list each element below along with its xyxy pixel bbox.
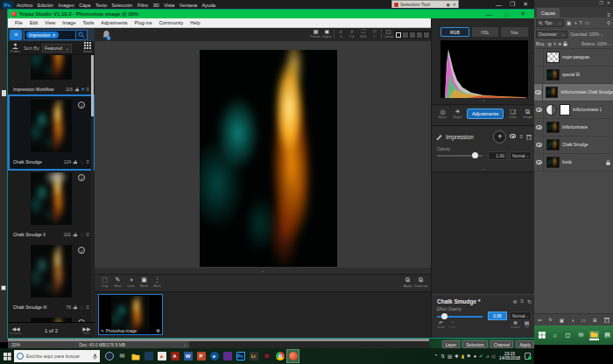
search-tag[interactable]: Impression✕ bbox=[26, 32, 59, 38]
tz-menu-image[interactable]: Image bbox=[62, 20, 75, 25]
layer-button[interactable]: Layer bbox=[442, 340, 461, 348]
ps-menu-archivo[interactable]: Archivo bbox=[17, 3, 32, 8]
blend-mode-select[interactable]: Normal⌵ bbox=[510, 151, 532, 160]
visibility-eye-icon[interactable] bbox=[510, 134, 516, 139]
adjustments-button[interactable]: Adjustments bbox=[467, 108, 504, 119]
ok-save-button[interactable]: ▤OK bbox=[521, 321, 532, 329]
tray-icon-6[interactable]: ● bbox=[474, 354, 476, 359]
tray-volume-icon[interactable]: ◁ bbox=[491, 354, 495, 359]
layer-row-brillo-contraste[interactable]: brillo/contraste bbox=[534, 119, 613, 136]
selection-tool-close-icon[interactable]: ✕ bbox=[453, 2, 456, 7]
tray-icon-5[interactable]: ⚑ bbox=[467, 354, 471, 359]
undo-button[interactable]: ↶Undo bbox=[435, 321, 447, 329]
document-icon[interactable]: ▤ bbox=[602, 331, 612, 340]
filter-type-select[interactable]: Tipo⌵ bbox=[536, 19, 564, 27]
more-tools[interactable]: ⋮More bbox=[151, 276, 164, 288]
original-button[interactable]: ▣Original bbox=[321, 29, 333, 38]
app-photoshop[interactable]: Ps bbox=[235, 350, 246, 362]
zoom-100-button[interactable]: ⛶100% bbox=[357, 29, 369, 38]
filmstrip-remove-icon[interactable]: ⊗ bbox=[156, 327, 160, 333]
zoom-out-button[interactable]: ⌕Out bbox=[347, 29, 358, 38]
tz-menu-tools[interactable]: Tools bbox=[82, 20, 94, 25]
tray-network-icon[interactable]: ⩘ bbox=[486, 354, 489, 360]
filter-type-icon[interactable]: T bbox=[580, 20, 582, 25]
notification-center-icon[interactable] bbox=[525, 353, 531, 360]
next-page-button[interactable]: ▶▶Next bbox=[79, 326, 95, 335]
filter-pin-icon[interactable]: ⚲ bbox=[607, 20, 610, 25]
app-powerpoint[interactable]: P bbox=[195, 350, 207, 362]
tz-menu-edit[interactable]: Edit bbox=[30, 20, 38, 25]
lock-move-icon[interactable]: ✥ bbox=[559, 42, 562, 46]
favorite-icon[interactable]: ♡ bbox=[80, 304, 84, 311]
lock-brush-icon[interactable]: ✎ bbox=[553, 42, 557, 46]
tz-menu-adjustments[interactable]: Adjustments bbox=[101, 20, 127, 25]
start-button[interactable] bbox=[0, 348, 14, 364]
heal-tool[interactable]: ✎Heal bbox=[111, 276, 124, 288]
layer-row-brillo-chalk-smudge-2[interactable]: brillo/contraste Chalk Smudge II bbox=[534, 84, 613, 102]
ps-menu-ayuda[interactable]: Ayuda bbox=[202, 3, 216, 8]
start-button[interactable] bbox=[537, 331, 546, 340]
layer-row-special-30[interactable]: special 30 bbox=[534, 66, 613, 84]
panel-restore-icon[interactable]: ❐ bbox=[599, 0, 602, 7]
preset-scrollbar[interactable] bbox=[91, 55, 94, 322]
apply-button[interactable]: ⧉Apply bbox=[401, 276, 414, 288]
menu-hamburger-button[interactable]: ≡ bbox=[10, 30, 22, 40]
panel-menu-icon[interactable]: ≡ bbox=[519, 134, 523, 139]
selection-tool-window[interactable]: Selection Tool ◉✕ bbox=[391, 0, 459, 8]
preset-chalk-smudge[interactable]: i Chalk Smudge 124♡≡ bbox=[10, 96, 93, 169]
tab-capas[interactable]: Capas bbox=[537, 8, 560, 18]
ps-menu-ventana[interactable]: Ventana bbox=[180, 3, 197, 8]
preset-menu-icon[interactable]: ≡ bbox=[86, 304, 89, 310]
previous-page-button[interactable]: ◀◀Previous bbox=[8, 326, 24, 335]
favorite-icon[interactable]: ♡ bbox=[80, 159, 84, 165]
info-icon[interactable]: i bbox=[78, 174, 85, 181]
app-lightroom[interactable]: Lr bbox=[248, 350, 259, 362]
delete-layer-icon[interactable] bbox=[604, 317, 609, 323]
tray-icon-1[interactable]: ⇅ bbox=[440, 354, 445, 359]
filter-shape-icon[interactable]: ▭ bbox=[585, 20, 589, 25]
opacity-value[interactable]: 1.00 bbox=[488, 151, 507, 160]
opacity-slider-knob[interactable] bbox=[472, 152, 478, 158]
ps-menu-imagen[interactable]: Imagen bbox=[58, 3, 74, 8]
thumbnail-size-toggle[interactable]: Small bbox=[83, 42, 92, 53]
filter-adjustment-icon[interactable]: ◑ bbox=[574, 20, 576, 25]
canvas-area[interactable] bbox=[95, 41, 431, 268]
mask-tool[interactable]: ▣Mask bbox=[137, 276, 151, 288]
cancel-button[interactable]: ⊗Cancel bbox=[510, 321, 521, 329]
preset-impression-workflow[interactable]: Impression Workflow 116♥≡ bbox=[10, 55, 93, 96]
favorite-icon[interactable]: ♥ bbox=[81, 87, 85, 92]
tz-menu-plugins[interactable]: Plug-ins bbox=[135, 20, 152, 25]
canvas-collapse-strip[interactable]: ⌄ bbox=[95, 268, 431, 274]
new-adjustment-icon[interactable]: ◑ bbox=[571, 318, 574, 323]
tz-menu-view[interactable]: View bbox=[45, 20, 55, 25]
cortana-icon[interactable]: ○ bbox=[550, 331, 560, 340]
preset-menu-icon[interactable]: ≡ bbox=[86, 87, 89, 92]
split-view-toggle-1[interactable] bbox=[403, 32, 408, 38]
channel-button[interactable]: Channel bbox=[490, 340, 514, 348]
zoom-percent[interactable]: 20% bbox=[11, 342, 20, 347]
app-topaz-active[interactable] bbox=[287, 350, 299, 362]
add-adjustment-button[interactable]: + bbox=[493, 130, 506, 144]
lock-transparent-icon[interactable]: ▨ bbox=[548, 42, 552, 46]
impression-collapse[interactable]: ⌄ bbox=[432, 165, 535, 171]
blend-mode-select[interactable]: Oscurecer⌵ bbox=[536, 31, 567, 38]
ps-restore-button[interactable]: ❐ bbox=[510, 1, 515, 8]
file-explorer-icon[interactable] bbox=[589, 331, 599, 340]
info-icon[interactable]: i bbox=[78, 102, 85, 108]
mail-icon[interactable]: ✉ bbox=[576, 331, 586, 340]
app-chrome[interactable] bbox=[274, 350, 285, 362]
effect-reset-icon[interactable]: ↻ bbox=[527, 298, 532, 304]
tray-icon-4[interactable]: ▮ bbox=[462, 354, 464, 359]
zoom-in-button[interactable]: ⌕In bbox=[335, 29, 347, 38]
taskbar-clock[interactable]: 23:23 14/05/2018 bbox=[499, 352, 520, 361]
app-edge[interactable]: e bbox=[208, 350, 220, 362]
link-layers-icon[interactable]: ⚯ bbox=[538, 318, 542, 323]
impression-header[interactable]: Impression + ≡ bbox=[432, 127, 535, 146]
app-opera[interactable]: O bbox=[261, 350, 272, 362]
notifications-bell[interactable]: 1 bbox=[102, 30, 112, 40]
topaz-minimize-button[interactable]: — bbox=[486, 11, 492, 18]
new-group-icon[interactable]: ▭ bbox=[581, 318, 586, 323]
canvas-toggle[interactable]: ▢Canvas bbox=[383, 29, 394, 38]
tray-icon-7[interactable]: ✔ bbox=[479, 354, 483, 359]
layer-row-mujer-paraguas[interactable]: mujer paraguas bbox=[534, 49, 613, 66]
